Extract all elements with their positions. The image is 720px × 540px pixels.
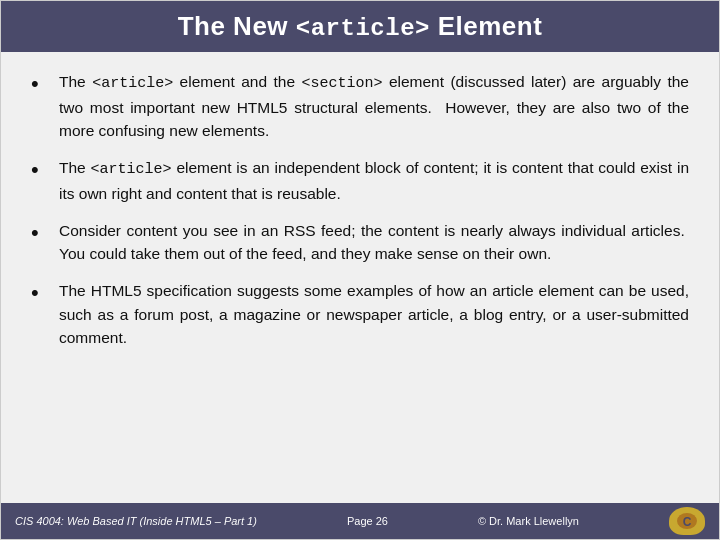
bullet-3: • Consider content you see in an RSS fee… (31, 219, 689, 266)
footer-page: Page 26 (347, 515, 388, 527)
bullet-text-3: Consider content you see in an RSS feed;… (59, 219, 689, 266)
code-article-1: <article> (92, 75, 173, 92)
footer-logo: C (669, 507, 705, 535)
footer-copyright: © Dr. Mark Llewellyn (478, 515, 579, 527)
bullet-text-1: The <article> element and the <section> … (59, 70, 689, 142)
code-section: <section> (301, 75, 382, 92)
bullet-4: • The HTML5 specification suggests some … (31, 279, 689, 349)
bullet-dot-3: • (31, 219, 49, 248)
code-article-2: <article> (91, 161, 172, 178)
title-prefix: The New (178, 11, 296, 41)
bullet-dot-2: • (31, 156, 49, 185)
bullet-text-4: The HTML5 specification suggests some ex… (59, 279, 689, 349)
slide-title: The New <article> Element (1, 1, 719, 52)
slide: The New <article> Element • The <article… (0, 0, 720, 540)
bullet-2: • The <article> element is an independen… (31, 156, 689, 205)
bullet-text-2: The <article> element is an independent … (59, 156, 689, 205)
bullet-dot-1: • (31, 70, 49, 99)
footer-course: CIS 4004: Web Based IT (Inside HTML5 – P… (15, 515, 257, 527)
title-suffix: Element (430, 11, 542, 41)
bullet-dot-4: • (31, 279, 49, 308)
slide-footer: CIS 4004: Web Based IT (Inside HTML5 – P… (1, 503, 719, 539)
bullet-1: • The <article> element and the <section… (31, 70, 689, 142)
slide-content: • The <article> element and the <section… (1, 52, 719, 503)
svg-text:C: C (683, 515, 692, 529)
title-code: <article> (296, 15, 430, 42)
